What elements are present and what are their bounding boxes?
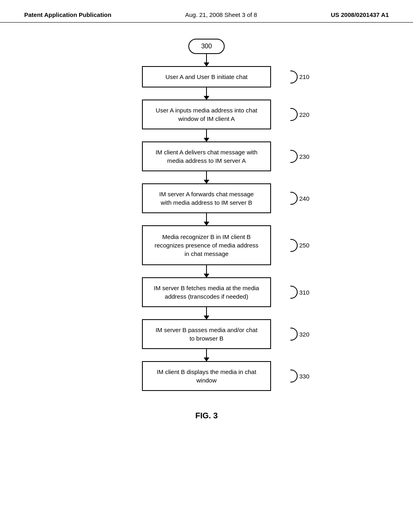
step-210-label-group: 210 xyxy=(290,71,309,83)
step-230-label-group: 230 xyxy=(290,150,309,163)
header-patent-number: US 2008/0201437 A1 xyxy=(331,11,389,18)
step-240-label-group: 240 xyxy=(290,192,309,205)
arrow-4 xyxy=(206,213,207,225)
step-220-text: User A inputs media address into chat wi… xyxy=(156,107,257,122)
step-210-text: User A and User B initiate chat xyxy=(165,73,247,80)
step-310-label: 310 xyxy=(299,289,309,296)
step-250-row: Media recognizer B in IM client B recogn… xyxy=(142,225,271,265)
arrow-7 xyxy=(206,349,207,361)
step-320-label-group: 320 xyxy=(290,328,309,341)
step-240-row: IM server A forwards chat message with m… xyxy=(142,183,271,213)
step-330-row: IM client B displays the media in chat w… xyxy=(142,361,271,391)
figure-label: FIG. 3 xyxy=(195,411,218,420)
arrow-3 xyxy=(206,171,207,183)
step-220-label-group: 220 xyxy=(290,108,309,121)
step-240-text: IM server A forwards chat message with m… xyxy=(159,191,254,206)
step-210-label: 210 xyxy=(299,73,309,80)
step-210-row: User A and User B initiate chat 210 xyxy=(142,66,271,87)
step-310-box: IM server B fetches media at the media a… xyxy=(142,277,271,307)
step-310-label-group: 310 xyxy=(290,286,309,299)
start-node: 300 xyxy=(188,39,225,54)
step-220-bracket xyxy=(290,108,298,121)
header-date-sheet: Aug. 21, 2008 Sheet 3 of 8 xyxy=(185,11,257,18)
step-320-row: IM server B passes media and/or chat to … xyxy=(142,319,271,349)
step-250-bracket xyxy=(290,239,298,252)
step-230-box: IM client A delivers chat message with m… xyxy=(142,141,271,171)
page-header: Patent Application Publication Aug. 21, … xyxy=(0,0,413,23)
step-220-label: 220 xyxy=(299,111,309,118)
step-330-box: IM client B displays the media in chat w… xyxy=(142,361,271,391)
flowchart-diagram: 300 User A and User B initiate chat 210 … xyxy=(0,23,413,428)
step-320-text: IM server B passes media and/or chat to … xyxy=(156,326,258,342)
arrow-0 xyxy=(206,54,207,66)
step-240-box: IM server A forwards chat message with m… xyxy=(142,183,271,213)
step-230-row: IM client A delivers chat message with m… xyxy=(142,141,271,171)
step-320-bracket xyxy=(290,328,298,341)
step-240-bracket xyxy=(290,192,298,205)
arrow-1 xyxy=(206,87,207,100)
step-250-label-group: 250 xyxy=(290,239,309,252)
step-320-box: IM server B passes media and/or chat to … xyxy=(142,319,271,349)
arrow-5 xyxy=(206,265,207,277)
step-310-text: IM server B fetches media at the media a… xyxy=(154,285,259,300)
step-330-label-group: 330 xyxy=(290,370,309,382)
step-220-box: User A inputs media address into chat wi… xyxy=(142,100,271,129)
step-230-label: 230 xyxy=(299,153,309,160)
step-310-row: IM server B fetches media at the media a… xyxy=(142,277,271,307)
step-330-label: 330 xyxy=(299,373,309,380)
step-240-label: 240 xyxy=(299,195,309,202)
step-220-row: User A inputs media address into chat wi… xyxy=(142,100,271,129)
step-330-bracket xyxy=(290,370,298,382)
step-250-text: Media recognizer B in IM client B recogn… xyxy=(154,233,259,257)
header-publication-label: Patent Application Publication xyxy=(24,11,111,18)
step-230-bracket xyxy=(290,150,298,163)
step-250-box: Media recognizer B in IM client B recogn… xyxy=(142,225,271,265)
arrow-6 xyxy=(206,307,207,319)
step-310-bracket xyxy=(290,286,298,299)
step-250-label: 250 xyxy=(299,242,309,249)
step-210-bracket xyxy=(290,71,298,83)
step-230-text: IM client A delivers chat message with m… xyxy=(156,149,258,164)
step-330-text: IM client B displays the media in chat w… xyxy=(157,368,257,384)
step-210-box: User A and User B initiate chat xyxy=(142,66,271,87)
arrow-2 xyxy=(206,129,207,141)
step-320-label: 320 xyxy=(299,331,309,338)
start-oval: 300 xyxy=(188,39,225,54)
